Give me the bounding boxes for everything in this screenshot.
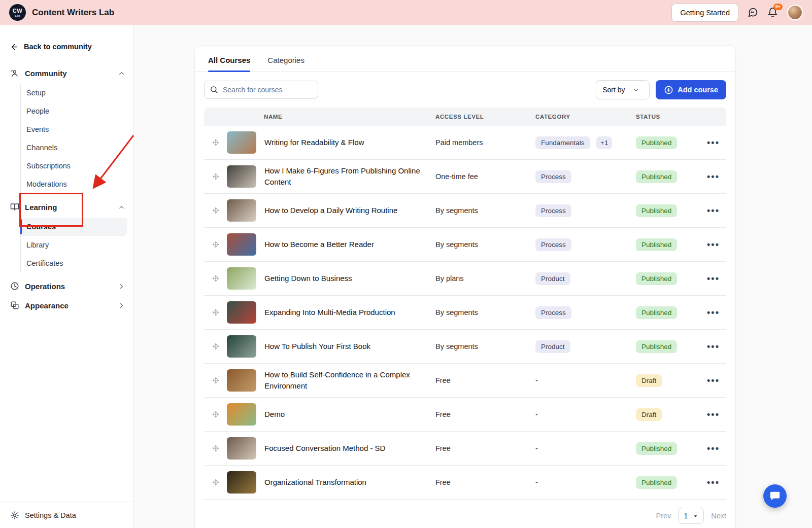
search-box [204,81,318,99]
row-menu-button[interactable]: ••• [707,205,720,216]
appearance-icon [10,301,19,310]
course-thumbnail [227,335,256,358]
course-thumbnail [227,199,256,222]
drag-handle-icon[interactable] [212,275,219,282]
course-name-link[interactable]: How to Develop a Daily Writing Routine [264,205,397,216]
row-menu-button[interactable]: ••• [707,273,720,284]
drag-handle-icon[interactable] [212,173,219,180]
status-cell: Published [636,170,700,183]
column-category: Category [535,114,636,120]
course-name-link[interactable]: Writing for Readability & Flow [264,137,364,148]
community-logo[interactable]: CW Lab [9,4,26,21]
course-name-link[interactable]: Organizational Transformation [264,477,366,488]
add-course-button[interactable]: Add course [656,80,726,99]
column-status: Status [636,114,700,120]
course-thumbnail [227,403,256,426]
drag-handle-icon[interactable] [212,377,219,384]
sidebar-item-events[interactable]: Events [21,120,127,138]
sidebar-item-channels[interactable]: Channels [21,138,127,157]
learning-items: CoursesLibraryCertificates [20,218,133,272]
course-name-link[interactable]: Demo [264,409,285,420]
category-cell: - [535,444,636,453]
app-title: Content Writers Lab [32,8,114,18]
category-badge: Process [535,204,571,217]
status-badge: Published [636,136,677,149]
drag-handle-icon[interactable] [212,139,219,146]
sidebar-item-certificates[interactable]: Certificates [21,254,127,272]
courses-toolbar: Sort by Add course [195,72,735,99]
course-table-body: Writing for Readability & Flow Paid memb… [204,126,726,500]
category-badge: Product [535,340,570,353]
chevron-down-icon [693,513,698,519]
course-name-link[interactable]: How to Build Self-Confidence in a Comple… [264,369,429,392]
getting-started-button[interactable]: Getting Started [671,4,738,22]
sidebar-section-appearance[interactable]: Appearance [0,296,133,315]
row-menu-button[interactable]: ••• [707,137,720,148]
course-name-link[interactable]: How To Publish Your First Book [264,341,370,352]
messages-icon[interactable] [748,7,758,18]
sort-by-dropdown[interactable]: Sort by [596,80,650,99]
drag-handle-icon[interactable] [212,479,219,486]
table-row: Focused Conversation Method - SD Free - … [204,432,726,466]
drag-handle-icon[interactable] [212,241,219,248]
notifications-bell-icon[interactable]: 9+ [767,7,778,18]
status-cell: Published [636,340,700,353]
tab-categories[interactable]: Categories [267,56,304,72]
sidebar-item-courses[interactable]: Courses [21,218,127,236]
category-extra-badge[interactable]: +1 [596,136,612,149]
sidebar-item-setup[interactable]: Setup [21,84,127,102]
category-badge: Product [535,272,570,285]
column-access-level: Access level [435,114,535,120]
current-page-number: 1 [684,512,688,520]
search-input[interactable] [204,81,318,99]
sidebar-item-library[interactable]: Library [21,236,127,254]
sidebar-item-moderations[interactable]: Moderations [21,175,127,193]
chat-launcher-button[interactable] [763,484,787,508]
status-cell: Published [636,272,700,285]
sidebar-item-people[interactable]: People [21,102,127,120]
row-menu-button[interactable]: ••• [707,307,720,318]
status-badge: Published [636,442,677,455]
row-menu-button[interactable]: ••• [707,409,720,419]
sidebar-section-community[interactable]: Community [0,63,133,83]
table-row: Demo Free - Draft ••• [204,398,726,432]
status-cell: Published [636,136,700,149]
back-to-community-link[interactable]: Back to community [0,39,133,54]
next-page-link[interactable]: Next [711,512,726,520]
drag-handle-icon[interactable] [212,343,219,350]
drag-handle-icon[interactable] [212,309,219,316]
sidebar: Back to community Community SetupPeopleE… [0,25,134,528]
course-name-link[interactable]: How to Become a Better Reader [264,239,374,250]
prev-page-link[interactable]: Prev [656,512,671,520]
courses-card: All CoursesCategories Sort by [195,46,735,528]
course-name-link[interactable]: How I Make 6-Figures From Publishing Onl… [264,165,429,188]
row-menu-button[interactable]: ••• [707,443,720,453]
chevron-right-icon [118,283,125,290]
drag-handle-icon[interactable] [212,411,219,418]
row-menu-button[interactable]: ••• [707,171,720,182]
row-menu-button[interactable]: ••• [707,375,720,385]
sidebar-section-operations[interactable]: Operations [0,276,133,296]
settings-label: Settings & Data [25,511,76,519]
course-name-link[interactable]: Focused Conversation Method - SD [264,443,385,454]
course-name-link[interactable]: Getting Down to Business [264,273,352,284]
access-level-value: By segments [435,206,535,215]
status-cell: Published [636,442,700,455]
course-name-link[interactable]: Expanding Into Multi-Media Production [264,307,395,318]
course-thumbnail [227,437,256,460]
row-menu-button[interactable]: ••• [707,341,720,351]
category-cell: Product [535,340,636,353]
course-thumbnail [227,471,256,494]
chat-bubble-icon [769,490,781,502]
sidebar-item-subscriptions[interactable]: Subscriptions [21,157,127,175]
settings-and-data-link[interactable]: Settings & Data [0,502,133,528]
page-number-select[interactable]: 1 [678,508,704,524]
tab-all-courses[interactable]: All Courses [208,56,250,72]
row-menu-button[interactable]: ••• [707,239,720,250]
drag-handle-icon[interactable] [212,207,219,214]
category-badge: Process [535,306,571,319]
drag-handle-icon[interactable] [212,445,219,452]
user-avatar[interactable] [787,5,803,20]
sidebar-section-learning[interactable]: Learning [0,197,133,217]
row-menu-button[interactable]: ••• [707,477,720,487]
